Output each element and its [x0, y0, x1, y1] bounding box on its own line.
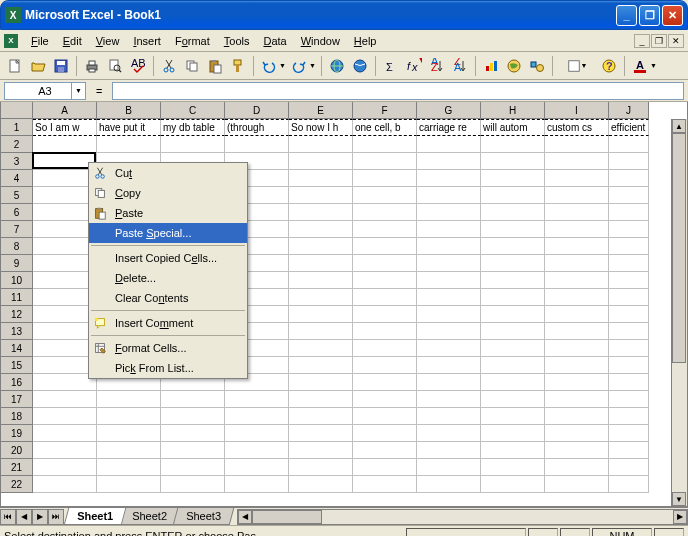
cell-J17[interactable]	[609, 391, 649, 408]
cell-B2[interactable]	[97, 136, 161, 153]
row-header-15[interactable]: 15	[1, 357, 33, 374]
tab-first-button[interactable]: ⏮	[0, 509, 16, 525]
cell-A1[interactable]: So I am w	[33, 119, 97, 136]
cell-H20[interactable]	[481, 442, 545, 459]
col-header-G[interactable]: G	[417, 102, 481, 119]
cell-I7[interactable]	[545, 221, 609, 238]
cell-F3[interactable]	[353, 153, 417, 170]
cell-E5[interactable]	[289, 187, 353, 204]
cell-D22[interactable]	[225, 476, 289, 493]
cell-D17[interactable]	[225, 391, 289, 408]
name-box[interactable]: A3 ▼	[4, 82, 86, 100]
cell-A20[interactable]	[33, 442, 97, 459]
row-header-20[interactable]: 20	[1, 442, 33, 459]
row-header-22[interactable]: 22	[1, 476, 33, 493]
col-header-I[interactable]: I	[545, 102, 609, 119]
cell-J2[interactable]	[609, 136, 649, 153]
cell-E7[interactable]	[289, 221, 353, 238]
cell-B21[interactable]	[97, 459, 161, 476]
cell-H14[interactable]	[481, 340, 545, 357]
cell-G17[interactable]	[417, 391, 481, 408]
cell-I4[interactable]	[545, 170, 609, 187]
font-color-button[interactable]: A	[629, 55, 651, 77]
cell-E3[interactable]	[289, 153, 353, 170]
cell-G12[interactable]	[417, 306, 481, 323]
scroll-right-button[interactable]: ▶	[673, 510, 687, 524]
cell-A19[interactable]	[33, 425, 97, 442]
cell-C18[interactable]	[161, 408, 225, 425]
ctx-item[interactable]: Insert Comment	[89, 313, 247, 333]
cell-A17[interactable]	[33, 391, 97, 408]
tab-prev-button[interactable]: ◀	[16, 509, 32, 525]
cell-I2[interactable]	[545, 136, 609, 153]
cell-J21[interactable]	[609, 459, 649, 476]
menu-tools[interactable]: Tools	[217, 33, 257, 49]
cell-E17[interactable]	[289, 391, 353, 408]
map-button[interactable]	[503, 55, 525, 77]
new-button[interactable]	[4, 55, 26, 77]
vscroll-thumb[interactable]	[672, 133, 686, 363]
redo-dropdown[interactable]: ▼	[309, 62, 317, 69]
cell-F13[interactable]	[353, 323, 417, 340]
paste-button[interactable]	[204, 55, 226, 77]
select-all-corner[interactable]	[1, 102, 33, 119]
col-header-C[interactable]: C	[161, 102, 225, 119]
cell-C2[interactable]	[161, 136, 225, 153]
format-painter-button[interactable]	[227, 55, 249, 77]
cell-E10[interactable]	[289, 272, 353, 289]
sort-asc-button[interactable]: AZ	[426, 55, 448, 77]
cell-J14[interactable]	[609, 340, 649, 357]
cell-H3[interactable]	[481, 153, 545, 170]
cell-J15[interactable]	[609, 357, 649, 374]
name-box-dropdown[interactable]: ▼	[71, 83, 85, 99]
cell-H10[interactable]	[481, 272, 545, 289]
cell-F1[interactable]: one cell, b	[353, 119, 417, 136]
cell-C22[interactable]	[161, 476, 225, 493]
cell-H11[interactable]	[481, 289, 545, 306]
col-header-F[interactable]: F	[353, 102, 417, 119]
cell-G1[interactable]: carriage re	[417, 119, 481, 136]
menu-window[interactable]: Window	[294, 33, 347, 49]
cell-B20[interactable]	[97, 442, 161, 459]
cell-E19[interactable]	[289, 425, 353, 442]
cell-J5[interactable]	[609, 187, 649, 204]
cell-C21[interactable]	[161, 459, 225, 476]
cell-I15[interactable]	[545, 357, 609, 374]
cell-E18[interactable]	[289, 408, 353, 425]
cell-C19[interactable]	[161, 425, 225, 442]
font-color-dropdown[interactable]: ▼	[650, 62, 658, 69]
cell-G5[interactable]	[417, 187, 481, 204]
cell-F4[interactable]	[353, 170, 417, 187]
cell-H5[interactable]	[481, 187, 545, 204]
cell-H22[interactable]	[481, 476, 545, 493]
cell-E21[interactable]	[289, 459, 353, 476]
hyperlink-button[interactable]	[326, 55, 348, 77]
cell-J3[interactable]	[609, 153, 649, 170]
cell-B18[interactable]	[97, 408, 161, 425]
row-header-8[interactable]: 8	[1, 238, 33, 255]
cell-I13[interactable]	[545, 323, 609, 340]
ctx-item[interactable]: Paste Special...	[89, 223, 247, 243]
cell-F20[interactable]	[353, 442, 417, 459]
cell-F9[interactable]	[353, 255, 417, 272]
cell-E12[interactable]	[289, 306, 353, 323]
vertical-scrollbar[interactable]: ▲ ▼	[671, 119, 687, 506]
col-header-J[interactable]: J	[609, 102, 649, 119]
cell-H16[interactable]	[481, 374, 545, 391]
cell-E14[interactable]	[289, 340, 353, 357]
cell-E1[interactable]: So now I h	[289, 119, 353, 136]
ctx-item[interactable]: Format Cells...	[89, 338, 247, 358]
cell-J1[interactable]: efficient w	[609, 119, 649, 136]
zoom-button[interactable]: ▼	[557, 55, 597, 77]
cell-G18[interactable]	[417, 408, 481, 425]
cell-J4[interactable]	[609, 170, 649, 187]
chart-wizard-button[interactable]	[480, 55, 502, 77]
cell-I17[interactable]	[545, 391, 609, 408]
cell-G20[interactable]	[417, 442, 481, 459]
cell-J10[interactable]	[609, 272, 649, 289]
row-header-4[interactable]: 4	[1, 170, 33, 187]
row-header-13[interactable]: 13	[1, 323, 33, 340]
row-header-7[interactable]: 7	[1, 221, 33, 238]
ctx-item[interactable]: Delete...	[89, 268, 247, 288]
cell-H19[interactable]	[481, 425, 545, 442]
